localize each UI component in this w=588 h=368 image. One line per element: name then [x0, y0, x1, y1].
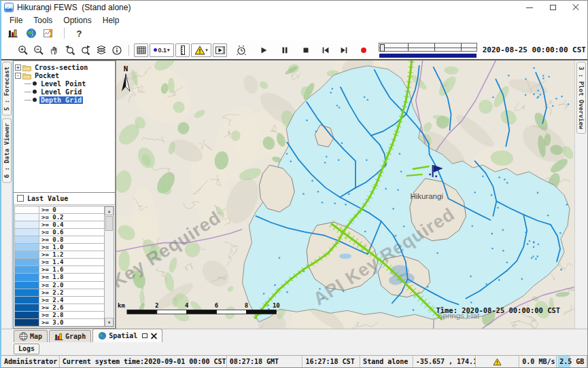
scroll-thumb[interactable] — [105, 216, 113, 231]
legend-color-swatch — [15, 236, 39, 243]
tab-close-icon[interactable] — [151, 333, 157, 339]
status-text: Current system time:2020-09-01 00:00 CST — [63, 358, 226, 365]
app-window: Hikurangi FEWS (Stand alone) FileToolsOp… — [0, 0, 588, 368]
tab-maximize-icon[interactable] — [142, 333, 148, 338]
time-slider[interactable] — [379, 42, 477, 58]
grid-icon — [136, 45, 147, 56]
tree-item-pocket[interactable]: -Pocket — [15, 71, 114, 79]
tab-plot-overview[interactable]: 3 : Plot Overview — [576, 62, 586, 134]
legend-panel: Last Value >= 0>= 0.2>= 0.4>= 0.6>= 0.8>… — [13, 193, 116, 329]
grid-display-button[interactable] — [134, 43, 148, 57]
stop-button[interactable] — [298, 43, 313, 57]
time-slider-handle[interactable] — [380, 44, 385, 52]
last-value-label: Last Value — [27, 195, 68, 202]
tree-expander-icon[interactable]: - — [15, 73, 21, 79]
scroll-track[interactable] — [105, 215, 114, 318]
zoom-in-button[interactable] — [16, 43, 30, 57]
menu-options[interactable]: Options — [58, 16, 97, 25]
zoom-next-button[interactable] — [78, 43, 92, 57]
right-tab-strip: 3 : Plot Overview — [574, 60, 587, 329]
animation-button[interactable] — [213, 43, 227, 57]
tab-spatial[interactable]: Spatial — [92, 329, 162, 342]
class-interval-dropdown[interactable]: 0.1 ▾ — [150, 43, 174, 57]
logs-button[interactable]: Logs — [14, 344, 39, 354]
time-slider-ticks — [382, 43, 474, 51]
menu-tools[interactable]: Tools — [28, 16, 58, 25]
app-logo-icon — [4, 3, 14, 12]
map-canvas[interactable]: API Key Required API Key Required Hikura… — [116, 60, 574, 329]
legend-class-label: >= 3.0 — [39, 319, 104, 326]
animation-settings-button[interactable] — [234, 43, 248, 57]
stop-icon — [301, 45, 311, 55]
legend-class-label: >= 2.8 — [39, 312, 104, 318]
tree-bullet-icon — [33, 98, 37, 102]
spatial-display-button[interactable] — [24, 26, 38, 40]
legend-class-label: >= 1.6 — [39, 266, 104, 273]
status-segment-6 — [476, 356, 520, 367]
status-text: 16:27:18 CST — [305, 358, 354, 365]
info-button[interactable] — [109, 43, 124, 57]
menu-help[interactable]: Help — [97, 16, 125, 25]
close-button[interactable] — [564, 1, 587, 14]
tab-data-viewer[interactable]: 6 : Data Viewer — [2, 118, 12, 183]
tab-graph[interactable]: Graph — [49, 330, 91, 342]
legend-class-label: >= 1.2 — [39, 251, 104, 258]
status-text: 0.0 MB/s — [522, 358, 555, 365]
legend-class-label: >= 0.6 — [39, 229, 104, 236]
zoom-previous-button[interactable] — [63, 43, 77, 57]
play-icon — [259, 45, 269, 55]
record-button[interactable] — [356, 43, 370, 57]
tree-item-depth-grid[interactable]: Depth Grid — [15, 96, 114, 104]
maximize-button[interactable] — [541, 1, 564, 14]
tab-map[interactable]: Map — [14, 330, 48, 342]
thresholds-dropdown[interactable]: ▾ — [191, 43, 211, 57]
legend-color-swatch — [15, 229, 39, 236]
warning-icon — [493, 358, 502, 366]
pan-button[interactable] — [47, 43, 61, 57]
tab-forecast[interactable]: 5 : Forecast — [2, 62, 12, 115]
last-timestep-button[interactable] — [336, 43, 351, 57]
tree-bullet-icon — [33, 81, 37, 86]
scroll-down-icon[interactable]: ▼ — [105, 318, 114, 327]
tree-bullet-icon — [33, 90, 37, 94]
status-segment-4: Stand alone — [360, 356, 413, 367]
legend-header: Last Value — [14, 193, 115, 205]
gauge-display-button[interactable] — [175, 43, 190, 57]
legend-class-label: >= 2.0 — [39, 282, 104, 289]
menu-bar: FileToolsOptionsHelp — [1, 14, 587, 26]
toolbar-separator — [128, 45, 129, 56]
first-timestep-button[interactable] — [318, 43, 332, 57]
tree-item-label: Depth Grid — [39, 96, 83, 104]
tree-expander-icon[interactable]: + — [15, 65, 21, 71]
help-button[interactable]: ? — [72, 26, 86, 40]
legend-row: >= 0.4 — [15, 221, 104, 229]
tree-item-cross-section[interactable]: +Cross-section — [15, 63, 114, 71]
map-toolbar: 0.1 ▾ ▾ — [1, 41, 587, 59]
scroll-up-icon[interactable]: ▲ — [105, 206, 114, 215]
globe-icon — [98, 331, 107, 340]
tree-item-level-grid[interactable]: Level Grid — [15, 88, 114, 96]
legend-scrollbar[interactable]: ▲ ▼ — [104, 206, 114, 327]
map-viewport[interactable]: API Key Required API Key Required Hikura… — [116, 60, 574, 329]
timeseries-dialog-button[interactable] — [42, 26, 56, 40]
window-title: Hikurangi FEWS (Stand alone) — [17, 3, 131, 12]
layers-button[interactable] — [94, 43, 108, 57]
status-text: 2.5 GB — [559, 358, 584, 365]
minimize-button[interactable] — [518, 1, 541, 14]
legend-class-label: >= 2.2 — [39, 289, 104, 296]
menu-file[interactable]: File — [4, 16, 28, 25]
time-slider-track[interactable] — [379, 43, 477, 52]
tab-label: Graph — [65, 333, 86, 340]
tree-branch-line — [24, 92, 31, 92]
pause-button[interactable] — [277, 43, 292, 57]
zoom-out-button[interactable] — [31, 43, 46, 57]
legend-row: >= 0 — [15, 206, 104, 214]
legend-class-label: >= 2.4 — [39, 297, 104, 303]
tree-item-level-point[interactable]: Level Point — [15, 79, 114, 88]
last-value-checkbox[interactable] — [17, 195, 24, 202]
data-explorer-button[interactable] — [5, 26, 20, 40]
legend-class-label: >= 0 — [39, 206, 104, 213]
zoom-next-icon — [80, 45, 91, 56]
interval-value: 0.1 — [158, 47, 167, 54]
play-button[interactable] — [256, 43, 271, 57]
